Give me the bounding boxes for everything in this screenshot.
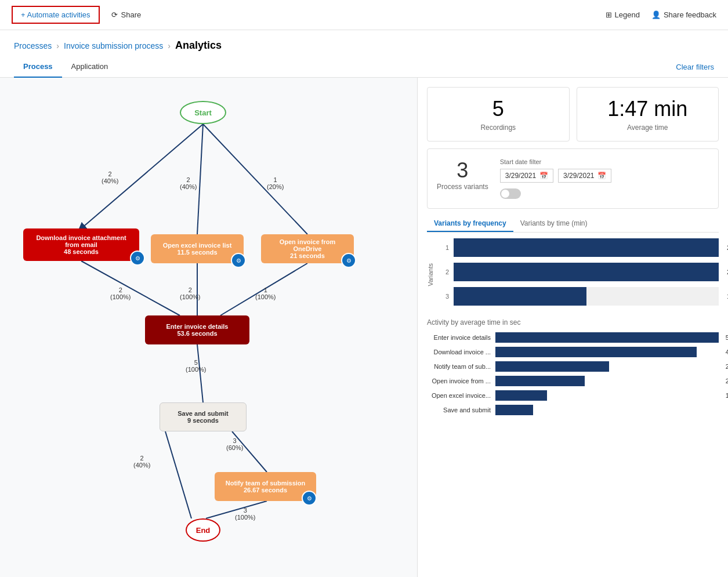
avg-time-value: 1:47 min — [586, 97, 709, 121]
activity-bar-3 — [495, 361, 609, 372]
y-axis-label: Variants — [427, 263, 434, 286]
clear-filters-button[interactable]: Clear filters — [676, 63, 714, 71]
legend-icon: ⊞ — [606, 10, 612, 19]
flow-label-left: 2(40%) — [102, 170, 118, 184]
svg-line-1 — [197, 124, 203, 234]
enter-invoice-node: Enter invoice details 53.6 seconds — [145, 315, 249, 344]
top-bar: + Automate activities ⟳ Share ⊞ Legend 👤… — [0, 0, 728, 30]
chart-tab-time[interactable]: Variants by time (min) — [513, 216, 595, 232]
bar-row-2: 2 2 — [437, 263, 719, 281]
variants-value: 3 — [437, 158, 488, 183]
recordings-value: 5 — [437, 97, 560, 121]
activity-row-1: Enter invoice details 53 — [427, 332, 719, 343]
flow-label-to-notify: 3(60%) — [226, 437, 243, 451]
notify-team-node: Notify team of submission 26.67 seconds — [215, 472, 316, 501]
top-bar-right: ⊞ Legend 👤 Share feedback — [606, 10, 716, 19]
automate-activities-button[interactable]: + Automate activities — [12, 6, 100, 24]
end-node: End — [186, 518, 220, 542]
variants-label: Process variants — [437, 183, 488, 191]
save-submit-node: Save and submit 9 seconds — [160, 402, 247, 431]
activity-row-6: Save and submit 9 — [427, 405, 719, 415]
svg-line-6 — [197, 344, 203, 402]
activity-chart-title: Activity by average time in sec — [427, 318, 719, 326]
open-onedrive-node: Open invoice from OneDrive 21 seconds — [261, 234, 354, 263]
activity-bar-6 — [495, 405, 533, 415]
svg-line-8 — [165, 431, 191, 518]
tab-process[interactable]: Process — [14, 56, 62, 78]
onedrive-icon: ⚙ — [341, 253, 356, 268]
date-filter-toggle[interactable] — [500, 188, 521, 199]
chevron-icon-2: › — [168, 41, 171, 50]
avg-time-label: Average time — [586, 124, 709, 132]
share-button[interactable]: ⟳ Share — [111, 10, 142, 19]
bar-2 — [454, 263, 719, 281]
variants-left: 3 Process variants — [437, 158, 488, 191]
svg-line-2 — [203, 124, 307, 234]
flow-panel: Start 2(40%) 2(40%) 1(20%) Download invo… — [0, 78, 418, 577]
activity-row-3: Notify team of sub... 27 — [427, 361, 719, 372]
date-from-input[interactable]: 3/29/2021 📅 — [500, 169, 553, 183]
breadcrumb-process-name[interactable]: Invoice submission process — [64, 41, 163, 50]
feedback-button[interactable]: 👤 Share feedback — [651, 10, 716, 19]
variants-chart-section: Variants by frequency Variants by time (… — [427, 216, 719, 311]
variants-card: 3 Process variants Start date filter 3/2… — [427, 148, 719, 209]
activity-section: Activity by average time in sec Enter in… — [427, 318, 719, 415]
activity-bar-1 — [495, 332, 719, 343]
avg-time-card: 1:47 min Average time — [577, 87, 719, 141]
main-content: Start 2(40%) 2(40%) 1(20%) Download invo… — [0, 78, 728, 577]
breadcrumb-processes[interactable]: Processes — [14, 41, 52, 50]
date-filter-label: Start date filter — [500, 158, 709, 165]
tab-application[interactable]: Application — [62, 56, 118, 78]
activity-bar-4 — [495, 376, 585, 386]
chevron-icon: › — [56, 41, 59, 50]
flow-label-to-enter-right: 1(100%) — [255, 286, 276, 300]
activity-row-2: Download invoice ... 48 — [427, 347, 719, 357]
flow-label-to-save: 5(100%) — [186, 359, 206, 373]
flow-label-center: 2(40%) — [180, 176, 197, 190]
legend-button[interactable]: ⊞ Legend — [606, 10, 640, 19]
activity-bar-5 — [495, 390, 547, 401]
top-bar-left: + Automate activities ⟳ Share — [12, 6, 594, 24]
right-panel: 5 Recordings 1:47 min Average time 3 Pro… — [418, 78, 728, 577]
breadcrumb: Processes › Invoice submission process ›… — [0, 30, 728, 56]
bar-1 — [454, 238, 719, 257]
flow-label-to-enter-center: 2(100%) — [180, 286, 200, 300]
start-node: Start — [180, 101, 226, 124]
activity-row-5: Open excel invoice... 12 — [427, 390, 719, 401]
chart-tab-frequency[interactable]: Variants by frequency — [427, 216, 513, 232]
recordings-label: Recordings — [437, 124, 560, 132]
download-invoice-node: Download invoice attachment from email 4… — [23, 228, 139, 261]
download-icon: ⚙ — [130, 251, 145, 266]
toggle-container — [500, 188, 709, 199]
notify-icon: ⚙ — [302, 491, 317, 506]
flow-label-to-end: 3(100%) — [235, 507, 255, 521]
flow-label-skip-notify: 2(40%) — [133, 455, 150, 469]
breadcrumb-current: Analytics — [175, 39, 222, 52]
excel-icon: ⚙ — [231, 253, 246, 268]
date-to-input[interactable]: 3/29/2021 📅 — [558, 169, 611, 183]
recordings-card: 5 Recordings — [427, 87, 570, 141]
feedback-icon: 👤 — [651, 10, 661, 19]
tabs-bar: Process Application Clear filters — [0, 56, 728, 78]
stats-row: 5 Recordings 1:47 min Average time — [427, 87, 719, 141]
share-icon: ⟳ — [111, 10, 118, 19]
bar-chart: 1 2 2 2 3 — [437, 238, 719, 311]
flow-label-right: 1(20%) — [267, 176, 284, 190]
calendar-icon: 📅 — [539, 172, 548, 180]
bar-row-3: 3 1 — [437, 287, 719, 306]
flow-diagram: Start 2(40%) 2(40%) 1(20%) Download invo… — [12, 89, 400, 553]
flow-label-to-enter-left: 2(100%) — [110, 286, 131, 300]
bar-3 — [454, 287, 586, 306]
activity-row-4: Open invoice from ... 21 — [427, 376, 719, 386]
bar-chart-wrapper: Variants 1 2 2 2 — [427, 238, 719, 311]
open-excel-node: Open excel invoice list 11.5 seconds — [151, 234, 244, 263]
chart-tabs: Variants by frequency Variants by time (… — [427, 216, 719, 233]
calendar-icon-2: 📅 — [597, 172, 606, 180]
date-inputs: 3/29/2021 📅 3/29/2021 📅 — [500, 169, 709, 183]
bar-row-1: 1 2 — [437, 238, 719, 257]
variants-right: Start date filter 3/29/2021 📅 3/29/2021 … — [500, 158, 709, 199]
activity-bar-2 — [495, 347, 697, 357]
